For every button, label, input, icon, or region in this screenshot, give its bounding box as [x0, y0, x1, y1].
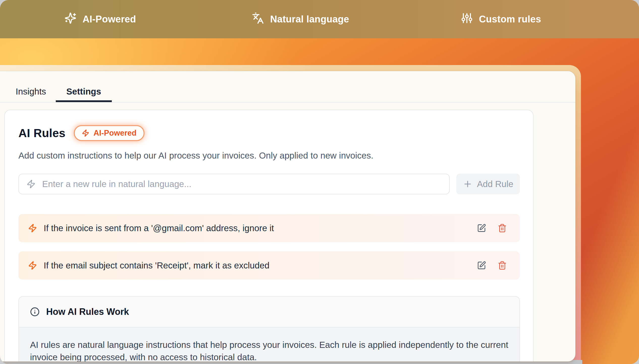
- rule-text: If the email subject contains 'Receipt',…: [44, 260, 470, 270]
- edit-rule-button[interactable]: [477, 261, 486, 270]
- add-rule-label: Add Rule: [477, 179, 513, 189]
- feature-label: AI-Powered: [83, 14, 136, 25]
- app-window: Insights Settings AI Rules AI-Powered Ad…: [0, 71, 575, 361]
- info-title: How AI Rules Work: [46, 307, 129, 317]
- rule-input-row: Add Rule: [18, 174, 520, 194]
- plus-icon: [463, 179, 472, 189]
- edit-icon: [477, 224, 486, 233]
- info-icon: [30, 307, 40, 317]
- zap-icon: [28, 261, 37, 270]
- ai-powered-badge: AI-Powered: [74, 125, 144, 141]
- edit-icon: [477, 261, 486, 270]
- rule-input-container: [18, 174, 450, 194]
- feature-natural-language: Natural language: [200, 12, 401, 26]
- rules-list: If the invoice is sent from a '@gmail.co…: [18, 214, 520, 280]
- edit-rule-button[interactable]: [477, 224, 486, 233]
- sliders-icon: [461, 12, 473, 26]
- tab-insights[interactable]: Insights: [16, 81, 46, 102]
- card-title-row: AI Rules AI-Powered: [18, 125, 520, 141]
- sparkles-icon: [64, 12, 76, 26]
- ai-rules-card: AI Rules AI-Powered Add custom instructi…: [4, 110, 534, 361]
- tab-settings[interactable]: Settings: [56, 81, 112, 102]
- delete-rule-button[interactable]: [498, 261, 507, 270]
- rule-actions: [477, 224, 507, 233]
- rule-text: If the invoice is sent from a '@gmail.co…: [44, 223, 470, 233]
- page-title: AI Rules: [18, 126, 65, 140]
- languages-icon: [252, 12, 264, 26]
- feature-label: Custom rules: [479, 14, 541, 25]
- add-rule-button[interactable]: Add Rule: [456, 174, 520, 194]
- how-ai-rules-work-section: How AI Rules Work AI rules are natural l…: [18, 296, 520, 361]
- feature-custom-rules: Custom rules: [401, 12, 601, 26]
- rule-row: If the email subject contains 'Receipt',…: [18, 251, 520, 280]
- zap-icon: [28, 224, 37, 233]
- trash-icon: [498, 224, 507, 233]
- delete-rule-button[interactable]: [498, 224, 507, 233]
- trash-icon: [498, 261, 507, 270]
- tab-bar: Insights Settings: [0, 71, 575, 103]
- screenshot-root: AI-Powered Natural language Custom rules…: [0, 0, 639, 364]
- rule-actions: [477, 261, 507, 270]
- feature-label: Natural language: [270, 14, 349, 25]
- zap-icon: [82, 129, 89, 137]
- feature-ai-powered: AI-Powered: [0, 12, 200, 26]
- badge-label: AI-Powered: [93, 129, 137, 138]
- rule-input[interactable]: [42, 179, 442, 189]
- card-description: Add custom instructions to help our AI p…: [18, 150, 520, 161]
- feature-bar: AI-Powered Natural language Custom rules: [0, 0, 639, 38]
- rule-row: If the invoice is sent from a '@gmail.co…: [18, 214, 520, 242]
- info-header: How AI Rules Work: [19, 297, 519, 327]
- info-body: AI rules are natural language instructio…: [19, 327, 519, 361]
- zap-icon: [26, 179, 36, 189]
